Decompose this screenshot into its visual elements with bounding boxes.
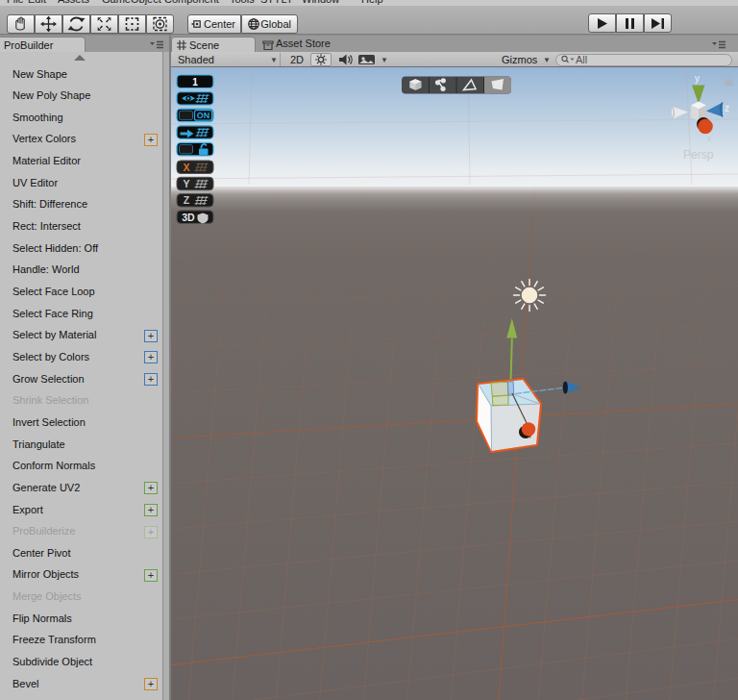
- svg-text:ON: ON: [197, 111, 210, 120]
- svg-text:y: y: [695, 73, 700, 84]
- svg-text:Z: Z: [184, 194, 190, 206]
- svg-text:z: z: [725, 103, 729, 113]
- svg-text:Persp: Persp: [683, 148, 714, 162]
- svg-text:3D: 3D: [182, 212, 195, 223]
- svg-text:Y: Y: [183, 178, 189, 189]
- svg-text:x: x: [707, 134, 712, 143]
- svg-text:X: X: [183, 162, 189, 173]
- svg-text:1: 1: [192, 77, 198, 88]
